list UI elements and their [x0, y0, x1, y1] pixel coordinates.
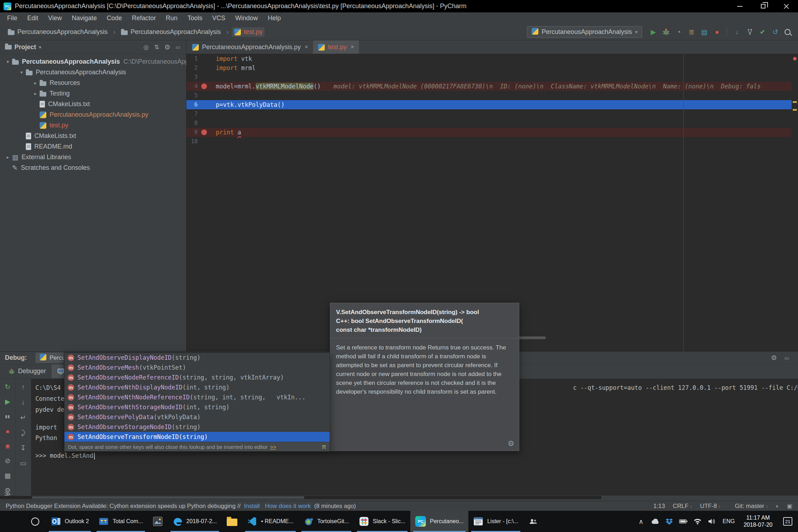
taskbar-app-outlook[interactable]: Outlook 2	[46, 511, 94, 532]
rerun-button[interactable]: ↻	[2, 382, 13, 392]
vcs-commit-button[interactable]: ✔	[756, 25, 769, 38]
completion-item-setandobservetransformnodeid[interactable]: mSetAndObserveTransformNodeID(string)	[64, 432, 330, 442]
editor-tab-percutaneousapproachanalysis-py[interactable]: PercutaneousApproachAnalysis.py×	[187, 40, 313, 54]
vcs-update-button[interactable]: ↓	[731, 25, 744, 38]
cortana-search-button[interactable]	[24, 511, 46, 532]
locate-button[interactable]: ◎	[141, 42, 151, 52]
breadcrumb-test-py[interactable]: test.py	[232, 27, 265, 37]
install-link[interactable]: Install	[244, 503, 260, 509]
search-everywhere-button[interactable]	[782, 25, 794, 38]
soft-wrap-button[interactable]: ⤸	[18, 427, 29, 438]
warning-stripe-mark[interactable]	[793, 109, 797, 111]
run-configuration-select[interactable]: PercutaneousApproachAnalysis ▾	[527, 26, 642, 38]
stop-button[interactable]: ■	[2, 426, 13, 436]
code-editor[interactable]: 1import vtk2import mrml34model=mrml.vtkM…	[186, 54, 792, 146]
menu-item-file[interactable]: File	[2, 13, 22, 23]
minimize-button[interactable]	[728, 0, 751, 12]
git-branch-widget[interactable]: Git: master↕	[735, 503, 768, 510]
line-number[interactable]: 8	[186, 118, 198, 128]
error-stripe[interactable]	[792, 54, 798, 351]
breadcrumb-percutaneousapproachanalysis[interactable]: PercutaneousApproachAnalysis	[6, 27, 110, 37]
stop-button[interactable]: ■	[711, 25, 723, 38]
breakpoint-icon[interactable]	[201, 129, 207, 135]
pause-button[interactable]: ▮▮	[2, 411, 13, 422]
completion-item-setandobservemesh[interactable]: mSetAndObserveMesh(vtkPointSet)	[64, 363, 330, 372]
taskbar-app-file-explorer[interactable]	[222, 511, 242, 532]
breadcrumb-percutaneousapproachanalysis[interactable]: PercutaneousApproachAnalysis	[119, 27, 223, 37]
editor-tab-test-py[interactable]: test.py×	[313, 40, 359, 54]
close-button[interactable]	[775, 0, 798, 12]
menu-item-run[interactable]: Run	[161, 13, 183, 23]
tree-row-resources[interactable]: ▸Resources	[0, 77, 186, 88]
restore-layout-button[interactable]: ▦	[2, 470, 13, 481]
history-down-button[interactable]: ↓	[18, 397, 29, 407]
restore-button[interactable]	[751, 0, 775, 12]
taskbar-app-total-commander[interactable]: Total Com...	[94, 511, 148, 532]
line-number[interactable]: 4	[186, 82, 198, 91]
view-breakpoints-button[interactable]: ◉	[2, 441, 13, 451]
tree-row-scratches-and-consoles[interactable]: ✎Scratches and Consoles	[0, 162, 186, 173]
concurrency-button[interactable]: ▤	[698, 25, 711, 38]
tray-caret-button[interactable]: ∧	[634, 511, 648, 532]
completion-item-setandobserventhnodereferenceid[interactable]: mSetAndObserveNthNodeReferenceID(string,…	[64, 392, 330, 402]
completion-item-setandobserventhstoragenodeid[interactable]: mSetAndObserveNthStorageNodeID(int, stri…	[64, 402, 330, 412]
menu-item-edit[interactable]: Edit	[22, 13, 43, 23]
menu-item-vcs[interactable]: VCS	[207, 13, 230, 23]
coverage-button[interactable]: ◔	[672, 25, 685, 38]
tree-row-percutaneousapproachanalysis[interactable]: ▾PercutaneousApproachAnalysis	[0, 67, 186, 77]
menu-item-navigate[interactable]: Navigate	[67, 13, 102, 23]
taskbar-app-edge[interactable]: 2018-07-2...	[168, 511, 222, 532]
tree-row-external-libraries[interactable]: ▸▥External Libraries	[0, 152, 186, 162]
encoding-select[interactable]: UTF-8↕	[700, 503, 721, 510]
line-number[interactable]: 5	[186, 91, 198, 100]
collapse-all-button[interactable]: ⇅	[151, 42, 162, 52]
tree-row-percutaneousapproachanalysis[interactable]: ▾PercutaneousApproachAnalysisC:\D\Percut…	[0, 56, 186, 67]
completion-item-setandobservepolydata[interactable]: mSetAndObservePolyData(vtkPolyData)	[64, 412, 330, 422]
warning-stripe-mark[interactable]	[793, 101, 797, 103]
line-number[interactable]: 3	[186, 73, 198, 82]
tree-expander-icon[interactable]: ▾	[17, 70, 26, 75]
taskbar-app-slack[interactable]: Slack - Slic...	[354, 511, 410, 532]
line-number[interactable]: 2	[186, 63, 198, 73]
start-button[interactable]	[0, 511, 24, 532]
language-indicator[interactable]: ENG	[719, 511, 739, 532]
tree-expander-icon[interactable]: ▸	[4, 155, 12, 160]
debug-tab-debugger[interactable]: Debugger	[3, 364, 52, 378]
battery-button[interactable]	[676, 511, 690, 532]
line-number[interactable]: 7	[186, 109, 198, 118]
menu-item-window[interactable]: Window	[230, 13, 263, 23]
wifi-button[interactable]	[690, 511, 705, 532]
menu-item-view[interactable]: View	[43, 13, 67, 23]
tree-row-cmakelists-txt[interactable]: CMakeLists.txt	[0, 99, 186, 109]
breakpoint-icon[interactable]	[201, 83, 207, 89]
error-stripe-mark[interactable]	[793, 57, 797, 60]
tab-close-icon[interactable]: ×	[305, 44, 308, 51]
chevron-down-icon[interactable]: ▾	[39, 45, 41, 50]
resume-button[interactable]: ▶	[2, 397, 13, 407]
taskbar-app-vscode[interactable]: • README...	[242, 511, 299, 532]
taskbar-app-tortoisegit[interactable]: TortoiseGit...	[299, 511, 354, 532]
settings-button[interactable]: ⚙	[162, 42, 173, 52]
menu-item-tools[interactable]: Tools	[183, 13, 207, 23]
tree-row-readme-md[interactable]: README.md	[0, 141, 186, 152]
taskbar-app-lister[interactable]: Lister - [c:\...	[468, 511, 523, 532]
volume-button[interactable]	[705, 511, 719, 532]
line-number[interactable]: 9	[186, 128, 198, 137]
event-log-icon[interactable]: ▣	[787, 503, 792, 509]
tree-row-cmakelists-txt[interactable]: CMakeLists.txt	[0, 131, 186, 141]
tree-row-testing[interactable]: ▸Testing	[0, 88, 186, 99]
toggle-indicator-icon[interactable]: ◐	[776, 503, 779, 509]
tab-close-icon[interactable]: ×	[351, 44, 354, 51]
people-button[interactable]	[523, 511, 543, 532]
cloud-button[interactable]	[648, 511, 662, 532]
tree-expander-icon[interactable]: ▾	[4, 59, 12, 64]
run-button[interactable]: ▶	[647, 25, 660, 38]
debug-button[interactable]	[660, 25, 672, 38]
completion-item-setandobservestoragenodeid[interactable]: mSetAndObserveStorageNodeID(string)	[64, 422, 330, 432]
scroll-down-button[interactable]: ↧	[18, 443, 29, 453]
taskbar-clock[interactable]: 11:17 AM 2018-07-20	[739, 511, 777, 532]
clear-button[interactable]: ▭	[18, 458, 29, 468]
completion-item-setandobserventhdisplaynodeid[interactable]: mSetAndObserveNthDisplayNodeID(int, stri…	[64, 382, 330, 392]
menu-item-refactor[interactable]: Refactor	[127, 13, 161, 23]
line-separator-select[interactable]: CRLF↕	[673, 503, 692, 510]
